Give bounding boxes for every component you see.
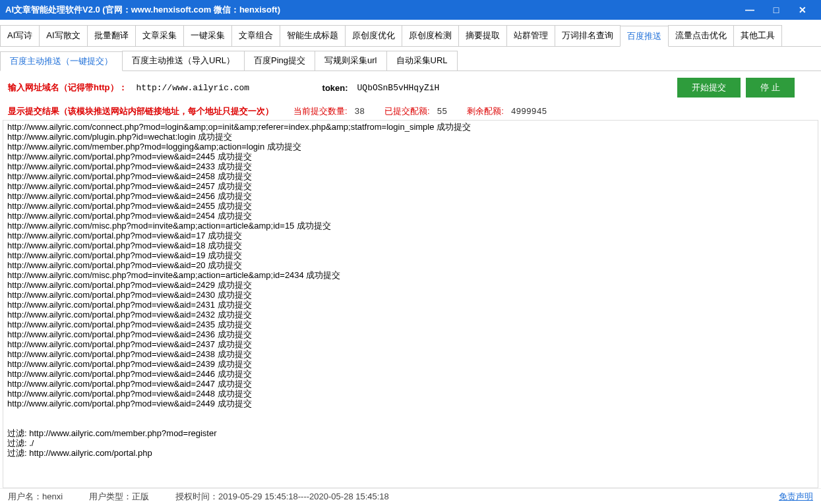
log-line: 过滤: ./ <box>7 438 814 448</box>
log-line: http://www.ailyric.com/portal.php?mod=vi… <box>7 290 814 300</box>
token-label: token: <box>322 83 348 93</box>
status-bar: 用户名：henxi 用户类型：正版 授权时间：2019-05-29 15:45:… <box>0 488 821 504</box>
log-line: http://www.ailyric.com/portal.php?mod=vi… <box>7 329 814 339</box>
start-submit-button[interactable]: 开始提交 <box>677 78 741 98</box>
log-line: http://www.ailyric.com/member.php?mod=lo… <box>7 142 814 152</box>
log-line: http://www.ailyric.com/portal.php?mod=vi… <box>7 280 814 290</box>
disclaimer-link[interactable]: 免责声明 <box>779 491 813 503</box>
auth-value: 2019-05-29 15:45:18----2020-05-28 15:45:… <box>218 491 389 501</box>
current-count-label: 当前提交数量: <box>293 106 348 116</box>
log-line <box>7 418 814 428</box>
log-line: http://www.ailyric.com/portal.php?mod=vi… <box>7 349 814 359</box>
log-line: http://www.ailyric.com/portal.php?mod=vi… <box>7 181 814 191</box>
log-line: http://www.ailyric.com/portal.php?mod=vi… <box>7 379 814 389</box>
main-tab-11[interactable]: 万词排名查询 <box>555 25 621 46</box>
log-line: 过滤: http://www.ailyric.com/portal.php <box>7 448 814 458</box>
remain-quota-value: 4999945 <box>511 107 547 117</box>
log-line: http://www.ailyric.com/connect.php?mod=l… <box>7 122 814 132</box>
sub-tab-4[interactable]: 自动采集URL <box>386 51 458 70</box>
log-line: http://www.ailyric.com/portal.php?mod=vi… <box>7 369 814 379</box>
maximize-button[interactable]: □ <box>763 0 789 20</box>
log-line: http://www.ailyric.com/portal.php?mod=vi… <box>7 152 814 161</box>
log-line: http://www.ailyric.com/portal.php?mod=vi… <box>7 310 814 320</box>
main-tab-bar: AI写诗AI写散文批量翻译文章采集一键采集文章组合智能生成标题原创度优化原创度检… <box>0 20 821 47</box>
username-value: henxi <box>42 491 63 501</box>
main-tab-7[interactable]: 原创度优化 <box>345 25 402 46</box>
sub-tab-bar: 百度主动推送（一键提交）百度主动推送（导入URL）百度Ping提交写规则采集ur… <box>0 47 821 71</box>
username-label: 用户名： <box>8 491 42 501</box>
log-line: 过滤: http://www.ailyric.com/member.php?mo… <box>7 428 814 438</box>
log-line: http://www.ailyric.com/portal.php?mod=vi… <box>7 171 814 181</box>
main-tab-10[interactable]: 站群管理 <box>506 25 555 46</box>
usertype-value: 正版 <box>132 491 149 501</box>
main-tab-0[interactable]: AI写诗 <box>0 25 40 46</box>
auth-label: 授权时间： <box>175 491 218 501</box>
log-line: http://www.ailyric.com/portal.php?mod=vi… <box>7 260 814 270</box>
log-line: http://www.ailyric.com/portal.php?mod=vi… <box>7 339 814 349</box>
token-input[interactable] <box>353 81 459 95</box>
close-button[interactable]: ✕ <box>789 0 816 20</box>
log-line: http://www.ailyric.com/portal.php?mod=vi… <box>7 250 814 260</box>
log-line: http://www.ailyric.com/portal.php?mod=vi… <box>7 161 814 171</box>
log-line: http://www.ailyric.com/misc.php?mod=invi… <box>7 221 814 231</box>
main-tab-6[interactable]: 智能生成标题 <box>280 25 346 46</box>
submitted-quota-label: 已提交配额: <box>384 106 430 116</box>
main-tab-1[interactable]: AI写散文 <box>39 25 87 46</box>
main-tab-2[interactable]: 批量翻译 <box>87 25 136 46</box>
sub-tab-3[interactable]: 写规则采集url <box>315 51 386 70</box>
stop-button[interactable]: 停 止 <box>746 78 795 98</box>
main-tab-12[interactable]: 百度推送 <box>620 26 669 47</box>
remain-quota-label: 剩余配额: <box>467 106 504 116</box>
log-line: http://www.ailyric.com/portal.php?mod=vi… <box>7 300 814 310</box>
url-input[interactable] <box>133 81 291 95</box>
minimize-button[interactable]: — <box>737 0 763 20</box>
main-tab-5[interactable]: 文章组合 <box>231 25 280 46</box>
main-tab-13[interactable]: 流量点击优化 <box>668 25 734 46</box>
log-line: http://www.ailyric.com/portal.php?mod=vi… <box>7 240 814 250</box>
main-tab-9[interactable]: 摘要提取 <box>458 25 507 46</box>
sub-tab-2[interactable]: 百度Ping提交 <box>244 51 315 70</box>
log-line: http://www.ailyric.com/portal.php?mod=vi… <box>7 211 814 221</box>
log-panel: http://www.ailyric.com/connect.php?mod=l… <box>3 120 818 488</box>
log-line: http://www.ailyric.com/portal.php?mod=vi… <box>7 389 814 399</box>
log-line: http://www.ailyric.com/portal.php?mod=vi… <box>7 359 814 369</box>
submitted-quota-value: 55 <box>437 107 448 117</box>
url-label: 输入网址域名（记得带http）： <box>8 82 127 94</box>
usertype-label: 用户类型： <box>89 491 132 501</box>
log-line: http://www.ailyric.com/plugin.php?id=wec… <box>7 132 814 142</box>
result-title: 显示提交结果（该模块推送网站内部链接地址，每个地址只提交一次） <box>8 105 274 117</box>
result-header: 显示提交结果（该模块推送网站内部链接地址，每个地址只提交一次） 当前提交数量: … <box>0 104 821 120</box>
log-textarea[interactable]: http://www.ailyric.com/connect.php?mod=l… <box>3 121 818 488</box>
log-line: http://www.ailyric.com/portal.php?mod=vi… <box>7 191 814 201</box>
main-tab-4[interactable]: 一键采集 <box>183 25 232 46</box>
sub-tab-0[interactable]: 百度主动推送（一键提交） <box>0 51 123 71</box>
input-row: 输入网址域名（记得带http）： token: 开始提交 停 止 <box>0 71 821 104</box>
main-tab-8[interactable]: 原创度检测 <box>402 25 459 46</box>
log-line: http://www.ailyric.com/misc.php?mod=invi… <box>7 270 814 280</box>
sub-tab-1[interactable]: 百度主动推送（导入URL） <box>122 51 245 70</box>
log-line <box>7 408 814 418</box>
main-tab-3[interactable]: 文章采集 <box>135 25 184 46</box>
log-line: http://www.ailyric.com/portal.php?mod=vi… <box>7 399 814 408</box>
titlebar: AI文章智能处理软件V2.0 (官网：www.henxisoft.com 微信：… <box>0 0 821 20</box>
log-line: http://www.ailyric.com/portal.php?mod=vi… <box>7 320 814 329</box>
main-tab-14[interactable]: 其他工具 <box>733 25 782 46</box>
app-title: AI文章智能处理软件V2.0 (官网：www.henxisoft.com 微信：… <box>5 4 280 16</box>
current-count-value: 38 <box>354 107 365 117</box>
log-line: http://www.ailyric.com/portal.php?mod=vi… <box>7 201 814 211</box>
log-line: http://www.ailyric.com/portal.php?mod=vi… <box>7 231 814 240</box>
